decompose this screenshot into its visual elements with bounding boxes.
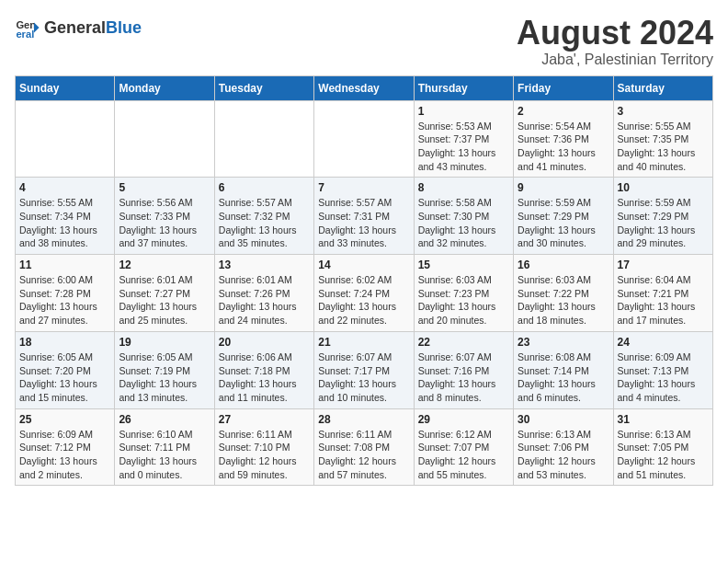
day-of-week-header: Sunday <box>16 75 115 100</box>
calendar-day-cell: 23Sunrise: 6:08 AMSunset: 7:14 PMDayligh… <box>514 331 613 408</box>
calendar-day-cell: 27Sunrise: 6:11 AMSunset: 7:10 PMDayligh… <box>214 408 313 486</box>
logo-general: General <box>44 18 106 37</box>
day-number: 9 <box>518 181 609 194</box>
day-number: 16 <box>518 259 609 271</box>
calendar-day-cell: 9Sunrise: 5:59 AMSunset: 7:29 PMDaylight… <box>514 178 613 255</box>
day-number: 26 <box>119 413 210 426</box>
calendar-week-row: 4Sunrise: 5:55 AMSunset: 7:34 PMDaylight… <box>16 178 713 255</box>
svg-text:eral: eral <box>16 29 34 40</box>
calendar-day-cell: 16Sunrise: 6:03 AMSunset: 7:22 PMDayligh… <box>514 255 613 332</box>
day-of-week-header: Thursday <box>414 75 513 100</box>
day-number: 13 <box>219 259 310 271</box>
calendar-day-cell: 14Sunrise: 6:02 AMSunset: 7:24 PMDayligh… <box>314 255 414 332</box>
day-number: 15 <box>418 259 509 271</box>
day-number: 20 <box>219 336 310 349</box>
day-info: Sunrise: 6:07 AMSunset: 7:17 PMDaylight:… <box>318 350 409 405</box>
calendar-day-cell: 28Sunrise: 6:11 AMSunset: 7:08 PMDayligh… <box>314 408 414 486</box>
subtitle: Jaba', Palestinian Territory <box>517 52 713 68</box>
day-info: Sunrise: 6:03 AMSunset: 7:22 PMDaylight:… <box>518 273 609 327</box>
calendar-week-row: 18Sunrise: 6:05 AMSunset: 7:20 PMDayligh… <box>16 331 713 408</box>
calendar-day-cell: 25Sunrise: 6:09 AMSunset: 7:12 PMDayligh… <box>16 408 115 486</box>
calendar-day-cell: 17Sunrise: 6:04 AMSunset: 7:21 PMDayligh… <box>613 255 712 332</box>
calendar-day-cell: 10Sunrise: 5:59 AMSunset: 7:29 PMDayligh… <box>613 178 712 255</box>
calendar-week-row: 25Sunrise: 6:09 AMSunset: 7:12 PMDayligh… <box>16 408 713 486</box>
day-number: 25 <box>19 413 110 426</box>
day-info: Sunrise: 6:09 AMSunset: 7:12 PMDaylight:… <box>19 428 110 482</box>
calendar-day-cell: 21Sunrise: 6:07 AMSunset: 7:17 PMDayligh… <box>314 331 414 408</box>
day-info: Sunrise: 6:11 AMSunset: 7:10 PMDaylight:… <box>219 428 310 482</box>
day-info: Sunrise: 6:01 AMSunset: 7:27 PMDaylight:… <box>119 273 210 327</box>
day-number: 6 <box>219 181 310 194</box>
calendar-day-cell: 6Sunrise: 5:57 AMSunset: 7:32 PMDaylight… <box>214 178 313 255</box>
day-number: 30 <box>518 413 609 426</box>
day-info: Sunrise: 6:02 AMSunset: 7:24 PMDaylight:… <box>318 273 409 327</box>
day-number: 14 <box>318 259 409 271</box>
calendar-day-cell: 15Sunrise: 6:03 AMSunset: 7:23 PMDayligh… <box>414 255 513 332</box>
page-header: Gen eral GeneralBlue August 2024 Jaba', … <box>15 15 713 68</box>
day-of-week-header: Saturday <box>613 75 712 100</box>
calendar-day-cell <box>214 100 313 178</box>
calendar-day-cell: 7Sunrise: 5:57 AMSunset: 7:31 PMDaylight… <box>314 178 414 255</box>
day-number: 4 <box>19 181 110 194</box>
calendar-day-cell <box>314 100 414 178</box>
day-info: Sunrise: 5:57 AMSunset: 7:32 PMDaylight:… <box>219 196 310 250</box>
calendar-day-cell <box>115 100 214 178</box>
calendar-day-cell: 18Sunrise: 6:05 AMSunset: 7:20 PMDayligh… <box>16 331 115 408</box>
calendar-day-cell: 29Sunrise: 6:12 AMSunset: 7:07 PMDayligh… <box>414 408 513 486</box>
calendar-day-cell: 4Sunrise: 5:55 AMSunset: 7:34 PMDaylight… <box>16 178 115 255</box>
calendar-day-cell: 2Sunrise: 5:54 AMSunset: 7:36 PMDaylight… <box>514 100 613 178</box>
day-number: 24 <box>618 336 709 349</box>
day-number: 28 <box>318 413 409 426</box>
day-number: 10 <box>618 181 709 194</box>
calendar-week-row: 1Sunrise: 5:53 AMSunset: 7:37 PMDaylight… <box>16 100 713 178</box>
calendar-day-cell: 19Sunrise: 6:05 AMSunset: 7:19 PMDayligh… <box>115 331 214 408</box>
calendar-day-cell: 30Sunrise: 6:13 AMSunset: 7:06 PMDayligh… <box>514 408 613 486</box>
day-number: 2 <box>518 105 609 118</box>
day-info: Sunrise: 6:11 AMSunset: 7:08 PMDaylight:… <box>318 428 409 482</box>
day-number: 7 <box>318 181 409 194</box>
calendar-day-cell: 3Sunrise: 5:55 AMSunset: 7:35 PMDaylight… <box>613 100 712 178</box>
day-info: Sunrise: 6:07 AMSunset: 7:16 PMDaylight:… <box>418 350 509 405</box>
day-info: Sunrise: 6:05 AMSunset: 7:19 PMDaylight:… <box>119 350 210 405</box>
day-info: Sunrise: 6:12 AMSunset: 7:07 PMDaylight:… <box>418 428 509 482</box>
day-of-week-header: Friday <box>514 75 613 100</box>
calendar-day-cell: 12Sunrise: 6:01 AMSunset: 7:27 PMDayligh… <box>115 255 214 332</box>
day-number: 3 <box>618 105 709 118</box>
calendar-day-cell: 13Sunrise: 6:01 AMSunset: 7:26 PMDayligh… <box>214 255 313 332</box>
day-info: Sunrise: 5:56 AMSunset: 7:33 PMDaylight:… <box>119 196 210 250</box>
day-info: Sunrise: 6:04 AMSunset: 7:21 PMDaylight:… <box>618 273 709 327</box>
calendar-day-cell: 26Sunrise: 6:10 AMSunset: 7:11 PMDayligh… <box>115 408 214 486</box>
day-of-week-header: Tuesday <box>214 75 313 100</box>
day-info: Sunrise: 6:09 AMSunset: 7:13 PMDaylight:… <box>618 350 709 405</box>
calendar-week-row: 11Sunrise: 6:00 AMSunset: 7:28 PMDayligh… <box>16 255 713 332</box>
day-number: 12 <box>119 259 210 271</box>
calendar-header: SundayMondayTuesdayWednesdayThursdayFrid… <box>16 75 713 100</box>
day-info: Sunrise: 6:06 AMSunset: 7:18 PMDaylight:… <box>219 350 310 405</box>
day-of-week-header: Wednesday <box>314 75 414 100</box>
day-info: Sunrise: 5:53 AMSunset: 7:37 PMDaylight:… <box>418 120 509 174</box>
logo-icon: Gen eral <box>15 15 40 40</box>
calendar-day-cell <box>16 100 115 178</box>
day-number: 17 <box>618 259 709 271</box>
day-number: 29 <box>418 413 509 426</box>
day-info: Sunrise: 6:03 AMSunset: 7:23 PMDaylight:… <box>418 273 509 327</box>
main-title: August 2024 <box>517 15 713 52</box>
day-number: 21 <box>318 336 409 349</box>
calendar-table: SundayMondayTuesdayWednesdayThursdayFrid… <box>15 75 713 487</box>
day-info: Sunrise: 6:13 AMSunset: 7:05 PMDaylight:… <box>618 428 709 482</box>
header-row: SundayMondayTuesdayWednesdayThursdayFrid… <box>16 75 713 100</box>
day-info: Sunrise: 6:08 AMSunset: 7:14 PMDaylight:… <box>518 350 609 405</box>
day-info: Sunrise: 5:58 AMSunset: 7:30 PMDaylight:… <box>418 196 509 250</box>
day-info: Sunrise: 5:59 AMSunset: 7:29 PMDaylight:… <box>518 196 609 250</box>
day-number: 5 <box>119 181 210 194</box>
calendar-day-cell: 24Sunrise: 6:09 AMSunset: 7:13 PMDayligh… <box>613 331 712 408</box>
calendar-day-cell: 11Sunrise: 6:00 AMSunset: 7:28 PMDayligh… <box>16 255 115 332</box>
day-info: Sunrise: 5:55 AMSunset: 7:35 PMDaylight:… <box>618 120 709 174</box>
day-info: Sunrise: 5:57 AMSunset: 7:31 PMDaylight:… <box>318 196 409 250</box>
day-info: Sunrise: 6:10 AMSunset: 7:11 PMDaylight:… <box>119 428 210 482</box>
day-number: 1 <box>418 105 509 118</box>
day-info: Sunrise: 5:55 AMSunset: 7:34 PMDaylight:… <box>19 196 110 250</box>
calendar-day-cell: 22Sunrise: 6:07 AMSunset: 7:16 PMDayligh… <box>414 331 513 408</box>
day-number: 19 <box>119 336 210 349</box>
day-info: Sunrise: 6:13 AMSunset: 7:06 PMDaylight:… <box>518 428 609 482</box>
